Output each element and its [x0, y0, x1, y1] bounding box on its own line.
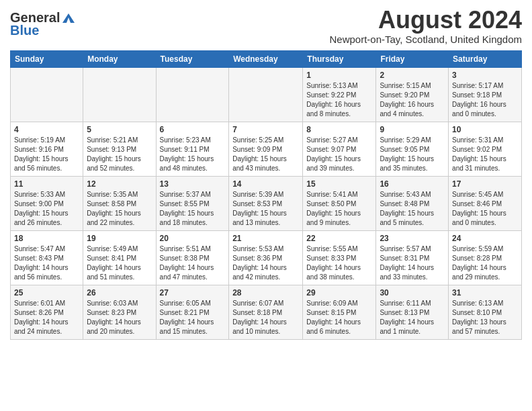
title-area: August 2024 Newport-on-Tay, Scotland, Un…	[329, 7, 522, 45]
day-info: Sunrise: 5:45 AM Sunset: 8:46 PM Dayligh…	[452, 190, 518, 228]
day-number: 6	[160, 125, 226, 134]
day-info: Sunrise: 5:13 AM Sunset: 9:22 PM Dayligh…	[306, 81, 372, 119]
day-cell: 28Sunrise: 6:07 AM Sunset: 8:18 PM Dayli…	[229, 285, 303, 339]
day-number: 5	[87, 125, 152, 134]
day-number: 16	[380, 179, 445, 189]
header-cell-friday: Friday	[376, 50, 449, 67]
day-info: Sunrise: 5:59 AM Sunset: 8:28 PM Dayligh…	[452, 244, 518, 282]
day-cell: 19Sunrise: 5:49 AM Sunset: 8:41 PM Dayli…	[83, 230, 156, 285]
header-cell-tuesday: Tuesday	[156, 50, 229, 67]
day-cell: 15Sunrise: 5:41 AM Sunset: 8:50 PM Dayli…	[303, 176, 376, 230]
day-info: Sunrise: 5:41 AM Sunset: 8:50 PM Dayligh…	[306, 190, 372, 228]
day-number: 15	[306, 179, 372, 189]
header-cell-sunday: Sunday	[11, 50, 83, 67]
day-info: Sunrise: 6:05 AM Sunset: 8:21 PM Dayligh…	[160, 299, 226, 336]
day-number: 9	[380, 125, 445, 134]
day-number: 20	[160, 234, 226, 243]
day-number: 23	[380, 234, 445, 243]
day-info: Sunrise: 5:19 AM Sunset: 9:16 PM Dayligh…	[14, 136, 79, 173]
day-info: Sunrise: 5:21 AM Sunset: 9:13 PM Dayligh…	[87, 136, 152, 173]
day-cell: 2Sunrise: 5:15 AM Sunset: 9:20 PM Daylig…	[376, 67, 449, 122]
day-number: 14	[232, 179, 299, 189]
day-cell: 13Sunrise: 5:37 AM Sunset: 8:55 PM Dayli…	[156, 176, 229, 230]
day-number: 7	[232, 125, 299, 134]
subtitle: Newport-on-Tay, Scotland, United Kingdom	[329, 34, 522, 45]
week-row-3: 11Sunrise: 5:33 AM Sunset: 9:00 PM Dayli…	[11, 176, 522, 230]
day-info: Sunrise: 5:33 AM Sunset: 9:00 PM Dayligh…	[14, 190, 79, 228]
day-number: 25	[14, 288, 79, 298]
day-cell: 17Sunrise: 5:45 AM Sunset: 8:46 PM Dayli…	[449, 176, 522, 230]
header-cell-wednesday: Wednesday	[229, 50, 303, 67]
day-info: Sunrise: 5:57 AM Sunset: 8:31 PM Dayligh…	[380, 244, 445, 282]
day-cell: 4Sunrise: 5:19 AM Sunset: 9:16 PM Daylig…	[11, 122, 83, 176]
day-number: 13	[160, 179, 226, 189]
week-row-2: 4Sunrise: 5:19 AM Sunset: 9:16 PM Daylig…	[11, 122, 522, 176]
day-cell: 10Sunrise: 5:31 AM Sunset: 9:02 PM Dayli…	[449, 122, 522, 176]
header-cell-saturday: Saturday	[449, 50, 522, 67]
day-number: 30	[380, 288, 445, 298]
day-info: Sunrise: 5:55 AM Sunset: 8:33 PM Dayligh…	[306, 244, 372, 282]
day-number: 11	[14, 179, 79, 189]
day-cell: 16Sunrise: 5:43 AM Sunset: 8:48 PM Dayli…	[376, 176, 449, 230]
day-number: 22	[306, 234, 372, 243]
day-cell: 8Sunrise: 5:27 AM Sunset: 9:07 PM Daylig…	[303, 122, 376, 176]
day-info: Sunrise: 6:09 AM Sunset: 8:15 PM Dayligh…	[306, 299, 372, 336]
day-cell: 27Sunrise: 6:05 AM Sunset: 8:21 PM Dayli…	[156, 285, 229, 339]
day-cell	[11, 67, 83, 122]
calendar-table: SundayMondayTuesdayWednesdayThursdayFrid…	[10, 50, 522, 340]
main-title: August 2024	[329, 7, 522, 34]
day-cell: 21Sunrise: 5:53 AM Sunset: 8:36 PM Dayli…	[229, 230, 303, 285]
day-info: Sunrise: 5:35 AM Sunset: 8:58 PM Dayligh…	[87, 190, 152, 228]
day-number: 12	[87, 179, 152, 189]
day-info: Sunrise: 5:15 AM Sunset: 9:20 PM Dayligh…	[380, 81, 445, 119]
day-cell: 6Sunrise: 5:23 AM Sunset: 9:11 PM Daylig…	[156, 122, 229, 176]
day-info: Sunrise: 5:37 AM Sunset: 8:55 PM Dayligh…	[160, 190, 226, 228]
day-cell: 22Sunrise: 5:55 AM Sunset: 8:33 PM Dayli…	[303, 230, 376, 285]
day-cell: 23Sunrise: 5:57 AM Sunset: 8:31 PM Dayli…	[376, 230, 449, 285]
day-number: 27	[160, 288, 226, 298]
week-row-4: 18Sunrise: 5:47 AM Sunset: 8:43 PM Dayli…	[11, 230, 522, 285]
day-cell: 11Sunrise: 5:33 AM Sunset: 9:00 PM Dayli…	[11, 176, 83, 230]
day-info: Sunrise: 6:01 AM Sunset: 8:26 PM Dayligh…	[14, 299, 79, 336]
day-number: 26	[87, 288, 152, 298]
day-cell: 18Sunrise: 5:47 AM Sunset: 8:43 PM Dayli…	[11, 230, 83, 285]
day-number: 21	[232, 234, 299, 243]
day-info: Sunrise: 5:17 AM Sunset: 9:18 PM Dayligh…	[452, 81, 518, 119]
day-info: Sunrise: 5:25 AM Sunset: 9:09 PM Dayligh…	[232, 136, 299, 173]
day-cell: 20Sunrise: 5:51 AM Sunset: 8:38 PM Dayli…	[156, 230, 229, 285]
day-number: 24	[452, 234, 518, 243]
day-info: Sunrise: 5:23 AM Sunset: 9:11 PM Dayligh…	[160, 136, 226, 173]
day-info: Sunrise: 5:27 AM Sunset: 9:07 PM Dayligh…	[306, 136, 372, 173]
day-info: Sunrise: 5:39 AM Sunset: 8:53 PM Dayligh…	[232, 190, 299, 228]
day-number: 10	[452, 125, 518, 134]
day-number: 4	[14, 125, 79, 134]
day-info: Sunrise: 5:47 AM Sunset: 8:43 PM Dayligh…	[14, 244, 79, 282]
day-number: 3	[452, 71, 518, 80]
day-number: 18	[14, 234, 79, 243]
day-number: 8	[306, 125, 372, 134]
logo-icon	[61, 12, 76, 24]
day-number: 2	[380, 71, 445, 80]
day-info: Sunrise: 6:07 AM Sunset: 8:18 PM Dayligh…	[232, 299, 299, 336]
day-cell: 26Sunrise: 6:03 AM Sunset: 8:23 PM Dayli…	[83, 285, 156, 339]
day-cell: 7Sunrise: 5:25 AM Sunset: 9:09 PM Daylig…	[229, 122, 303, 176]
calendar-body: 1Sunrise: 5:13 AM Sunset: 9:22 PM Daylig…	[11, 67, 522, 339]
day-info: Sunrise: 5:49 AM Sunset: 8:41 PM Dayligh…	[87, 244, 152, 282]
day-number: 19	[87, 234, 152, 243]
day-cell: 3Sunrise: 5:17 AM Sunset: 9:18 PM Daylig…	[449, 67, 522, 122]
header-row: SundayMondayTuesdayWednesdayThursdayFrid…	[11, 50, 522, 67]
day-number: 28	[232, 288, 299, 298]
day-cell	[83, 67, 156, 122]
day-info: Sunrise: 5:29 AM Sunset: 9:05 PM Dayligh…	[380, 136, 445, 173]
logo-blue: Blue	[10, 23, 39, 38]
day-cell	[229, 67, 303, 122]
day-cell: 5Sunrise: 5:21 AM Sunset: 9:13 PM Daylig…	[83, 122, 156, 176]
day-number: 29	[306, 288, 372, 298]
day-info: Sunrise: 6:13 AM Sunset: 8:10 PM Dayligh…	[452, 299, 518, 336]
day-info: Sunrise: 6:03 AM Sunset: 8:23 PM Dayligh…	[87, 299, 152, 336]
header-cell-thursday: Thursday	[303, 50, 376, 67]
header-cell-monday: Monday	[83, 50, 156, 67]
page-header: General Blue August 2024 Newport-on-Tay,…	[10, 7, 522, 45]
day-cell: 24Sunrise: 5:59 AM Sunset: 8:28 PM Dayli…	[449, 230, 522, 285]
day-info: Sunrise: 5:53 AM Sunset: 8:36 PM Dayligh…	[232, 244, 299, 282]
